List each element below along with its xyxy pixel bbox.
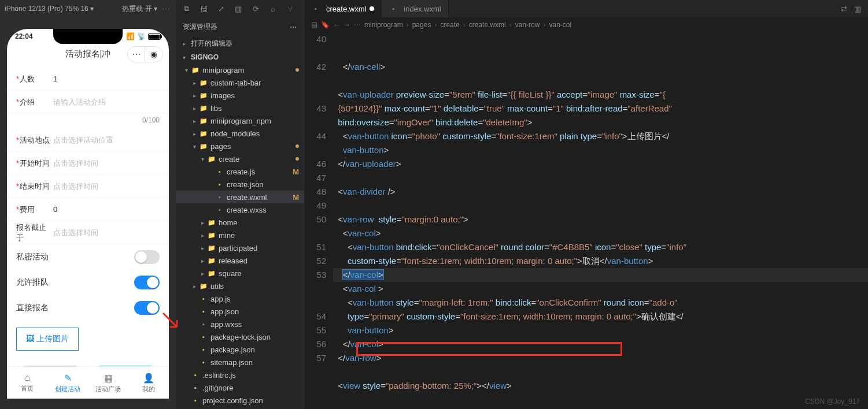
field-end[interactable]: *结束时间点击选择时间 xyxy=(7,175,169,198)
folder-utils[interactable]: ▸📁utils xyxy=(176,280,304,292)
file-project.config.json[interactable]: ▪project.config.json xyxy=(176,394,304,407)
refresh-icon[interactable]: ⟳ xyxy=(251,5,260,13)
explorer-more-icon[interactable]: ⋯ xyxy=(290,23,297,31)
code-area[interactable]: 40424344464748495051525354555657 </van-c… xyxy=(304,32,868,409)
switch-private-label: 私密活动 xyxy=(16,252,49,262)
layout-icon[interactable]: ▥ xyxy=(234,5,243,13)
breadcrumb[interactable]: ▤🔖←→⋯miniprogram › pages › create › crea… xyxy=(304,17,868,32)
editor-panel: ▪create.wxml▪index.wxml ⇄ ▥ ▤🔖←→⋯minipro… xyxy=(304,0,868,409)
file-sitemap.json[interactable]: ▪sitemap.json xyxy=(176,356,304,369)
switch-direct-label: 直接报名 xyxy=(16,303,49,313)
folder-miniprogram[interactable]: ▾📁miniprogram xyxy=(176,64,304,76)
file-package-lock.json[interactable]: ▪package-lock.json xyxy=(176,330,304,343)
branch-icon[interactable]: ⑂ xyxy=(286,5,295,13)
field-fee[interactable]: *费用0 xyxy=(7,198,169,221)
explorer-toolbar: ⧉ 🖫 ⤢ ▥ ⟳ ⌕ ⑂ xyxy=(176,0,304,17)
intro-counter: 0/100 xyxy=(7,114,169,129)
simulator-panel: iPhone 12/13 (Pro) 75% 16 ▾ 热重载 开 ▾ ∙∙∙ … xyxy=(0,0,176,409)
folder-home[interactable]: ▸📁home xyxy=(176,216,304,229)
file-copy-icon[interactable]: ⧉ xyxy=(182,4,191,13)
folder-miniprogram_npm[interactable]: ▸📁miniprogram_npm xyxy=(176,114,304,127)
file-.gitignore[interactable]: ▪.gitignore xyxy=(176,381,304,394)
folder-create[interactable]: ▾📁create xyxy=(176,153,304,165)
file-create.json[interactable]: ▪create.json xyxy=(176,178,304,191)
notch xyxy=(53,29,123,44)
compare-icon[interactable]: ⇄ xyxy=(841,5,847,13)
switch-private[interactable] xyxy=(134,250,160,264)
folder-mine[interactable]: ▸📁mine xyxy=(176,229,304,241)
expand-icon[interactable]: ⤢ xyxy=(216,5,226,13)
file-create.js[interactable]: ▪create.jsM xyxy=(176,165,304,178)
editor-tabs: ▪create.wxml▪index.wxml ⇄ ▥ xyxy=(304,0,868,17)
tabbar: ⌂首页 ✎创建活动 ▦活动广场 👤我的 xyxy=(7,366,169,399)
folder-released[interactable]: ▸📁released xyxy=(176,254,304,267)
tab-home[interactable]: ⌂首页 xyxy=(7,367,47,399)
folder-custom-tab-bar[interactable]: ▸📁custom-tab-bar xyxy=(176,76,304,89)
search-icon[interactable]: ⌕ xyxy=(268,5,278,13)
folder-images[interactable]: ▸📁images xyxy=(176,89,304,102)
editor-tab-create.wxml[interactable]: ▪create.wxml xyxy=(304,0,382,17)
capsule[interactable]: ⋯◉ xyxy=(127,46,163,62)
watermark: CSDN @Joy_917 xyxy=(805,397,860,406)
file-.eslintrc.js[interactable]: ▪.eslintrc.js xyxy=(176,369,304,381)
field-people[interactable]: *人数1 xyxy=(7,68,169,91)
switch-queue-label: 允许排队 xyxy=(16,277,49,288)
folder-node_modules[interactable]: ▸📁node_modules xyxy=(176,127,304,140)
file-package.json[interactable]: ▪package.json xyxy=(176,343,304,356)
file-app.wxss[interactable]: ▪app.wxss xyxy=(176,318,304,330)
file-tree: ▾📁miniprogram▸📁custom-tab-bar▸📁images▸📁l… xyxy=(176,64,304,409)
opened-editors-section[interactable]: ▸打开的编辑器 xyxy=(176,36,304,51)
file-app.json[interactable]: ▪app.json xyxy=(176,305,304,318)
tab-create[interactable]: ✎创建活动 xyxy=(47,367,88,399)
reload-toggle[interactable]: 热重载 开 ▾ xyxy=(122,4,157,14)
device-selector[interactable]: iPhone 12/13 (Pro) 75% 16 ▾ xyxy=(5,5,117,13)
explorer-title: 资源管理器 xyxy=(183,22,217,32)
file-create.wxml[interactable]: ▪create.wxmlM xyxy=(176,191,304,203)
field-place[interactable]: *活动地点点击选择活动位置 xyxy=(7,129,169,152)
capsule-more-icon[interactable]: ⋯ xyxy=(128,47,145,62)
phone-frame: 22:04 📶📡 活动报名|冲 ⋯◉ *人数1 *介绍请输入活动介绍 0/100… xyxy=(7,29,169,399)
more-icon[interactable]: ∙∙∙ xyxy=(162,5,171,13)
folder-pages[interactable]: ▾📁pages xyxy=(176,140,304,153)
status-icons: 📶📡 xyxy=(126,32,161,40)
folder-participated[interactable]: ▸📁participated xyxy=(176,241,304,254)
file-create.wxss[interactable]: ▪create.wxss xyxy=(176,203,304,216)
explorer-panel: ⧉ 🖫 ⤢ ▥ ⟳ ⌕ ⑂ 资源管理器⋯ ▸打开的编辑器 ▾SIGNGO ▾📁m… xyxy=(176,0,304,409)
editor-tab-index.wxml[interactable]: ▪index.wxml xyxy=(382,0,448,17)
file-app.js[interactable]: ▪app.js xyxy=(176,292,304,305)
switch-queue[interactable] xyxy=(134,276,160,289)
field-start[interactable]: *开始时间点击选择时间 xyxy=(7,152,169,175)
folder-libs[interactable]: ▸📁libs xyxy=(176,102,304,114)
field-deadline[interactable]: 报名截止于点击选择时间 xyxy=(7,221,169,244)
field-intro[interactable]: *介绍请输入活动介绍 xyxy=(7,91,169,114)
split-icon[interactable]: ▥ xyxy=(854,5,861,13)
save-icon[interactable]: 🖫 xyxy=(199,5,208,13)
page-title: 活动报名|冲 xyxy=(65,49,111,58)
folder-square[interactable]: ▸📁square xyxy=(176,267,304,280)
tab-square[interactable]: ▦活动广场 xyxy=(88,367,128,399)
upload-button[interactable]: 🖼 上传图片 xyxy=(16,328,79,351)
tab-mine[interactable]: 👤我的 xyxy=(128,367,169,399)
status-time: 22:04 xyxy=(15,32,33,40)
capsule-close-icon[interactable]: ◉ xyxy=(145,47,162,62)
project-section[interactable]: ▾SIGNGO xyxy=(176,51,304,64)
switch-direct[interactable] xyxy=(134,301,160,315)
